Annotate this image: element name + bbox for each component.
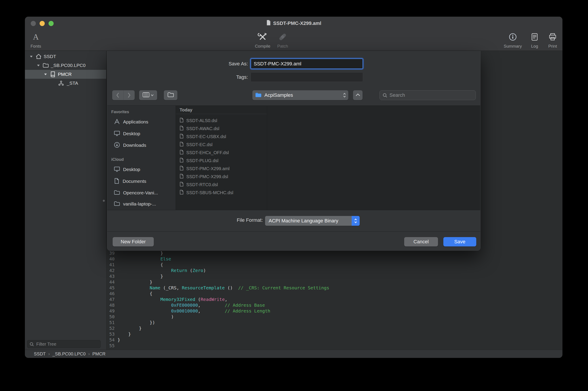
new-folder-button[interactable]: New Folder [113, 237, 154, 246]
acpi-tree-sidebar: SSDT _SB.PC00.LPC0 PMCR [25, 51, 106, 350]
code-line: 48 0xFE000000, // Address Base [107, 302, 562, 308]
code-line: 46 { [107, 291, 562, 296]
zoom-button[interactable] [48, 21, 54, 26]
file-item[interactable]: SSDT-PMC-X299.aml [176, 165, 267, 173]
sidebar-item-opencore-folder[interactable]: Opencore-Vani... [107, 188, 176, 197]
sidebar-item-icloud-desktop[interactable]: Desktop [107, 165, 176, 174]
places-sidebar: Favorites Applications Desktop Downloads… [107, 106, 176, 210]
document-icon [180, 126, 184, 131]
sidebar-item-desktop[interactable]: Desktop [107, 129, 176, 138]
tree-item-sta[interactable]: _STA [25, 79, 106, 88]
chevron-up-icon [355, 93, 360, 98]
filter-tree-input[interactable] [36, 340, 99, 348]
file-item[interactable]: SSDT-AWAC.dsl [176, 124, 267, 133]
folder-icon [167, 92, 174, 98]
icloud-header: iCloud [111, 155, 124, 164]
disclosure-triangle-icon[interactable] [29, 55, 33, 59]
new-folder-icon-button[interactable] [164, 90, 177, 100]
file-format-popup[interactable]: ACPI Machine Language Binary [265, 216, 360, 226]
search-icon [29, 342, 34, 347]
print-toolbar-button[interactable]: Print [535, 30, 563, 49]
search-field[interactable] [379, 90, 476, 100]
file-list: SSDT-ALS0.dslSSDT-AWAC.dslSSDT-EC-USBX.d… [176, 116, 267, 196]
tags-input[interactable] [251, 72, 363, 82]
file-item[interactable]: SSDT-ALS0.dsl [176, 116, 267, 124]
file-group-header: Today [176, 106, 267, 114]
sidebar-item-downloads[interactable]: Downloads [107, 141, 176, 150]
sidebar-item-icloud-documents[interactable]: Documents [107, 177, 176, 186]
tree-item-pmcr[interactable]: PMCR [25, 70, 106, 79]
document-icon [180, 142, 184, 147]
fonts-icon: A [33, 30, 39, 43]
fonts-toolbar-button[interactable]: A Fonts [25, 30, 54, 49]
document-icon [180, 174, 184, 180]
window-title: SSDT-PMC-X299.aml [266, 17, 321, 30]
maciasl-window: SSDT-PMC-X299.aml A Fonts [25, 16, 563, 358]
code-lines: 39 }40 Else41 {42 Return (Zero)43 }44 }4… [107, 250, 562, 349]
code-line: 47 Memory32Fixed (ReadWrite, [107, 296, 562, 302]
file-item[interactable]: SSDT-PMC-X299.dsl [176, 173, 267, 181]
document-icon [180, 134, 184, 139]
close-button[interactable] [31, 21, 36, 26]
minimize-button[interactable] [40, 21, 45, 26]
breadcrumb-item[interactable]: _SB.PC00.LPC0 [53, 351, 86, 357]
path-statusbar: SSDT › _SB.PC00.LPC0 › PMCR [25, 350, 562, 358]
up-directory-button[interactable] [353, 90, 362, 100]
window-title-text: SSDT-PMC-X299.aml [273, 20, 321, 26]
info-icon [508, 30, 517, 43]
filter-tree-field[interactable] [27, 340, 101, 348]
code-line: 51 }) [107, 320, 562, 325]
file-column: Today SSDT-ALS0.dslSSDT-AWAC.dslSSDT-EC-… [176, 106, 267, 210]
disclosure-triangle-icon[interactable] [36, 64, 40, 67]
file-item[interactable]: SSDT-SBUS-MCHC.dsl [176, 189, 267, 196]
window-chrome: SSDT-PMC-X299.aml A Fonts [25, 17, 562, 51]
save-as-label: Save As: [107, 59, 248, 69]
search-input[interactable] [389, 91, 473, 100]
file-item[interactable]: SSDT-RTC0.dsl [176, 181, 267, 189]
folder-icon [114, 201, 120, 207]
breadcrumb-item[interactable]: SSDT [34, 351, 46, 357]
search-icon [382, 93, 388, 98]
code-line: 45 Name (_CRS, ResourceTemplate () // _C… [107, 285, 562, 291]
code-line: 52 } [107, 325, 562, 331]
document-icon [180, 190, 184, 196]
method-hierarchy-icon [58, 81, 64, 86]
downloads-icon [114, 142, 120, 149]
traffic-lights [31, 21, 54, 26]
save-dialog: Save As: Tags: AcpiSamples [107, 51, 480, 251]
file-item[interactable]: SSDT-EHCx_OFF.dsl [176, 149, 267, 157]
file-item[interactable]: SSDT-PLUG.dsl [176, 157, 267, 165]
patch-bandaid-icon [278, 30, 288, 43]
cancel-button[interactable]: Cancel [404, 237, 438, 246]
code-line: 44 } [107, 279, 562, 285]
document-icon [266, 20, 271, 27]
patch-toolbar-button[interactable]: Patch [265, 30, 300, 49]
save-as-input[interactable] [251, 59, 363, 69]
breadcrumb-item[interactable]: PMCR [92, 351, 106, 357]
tree-item-ssdt[interactable]: SSDT [25, 52, 106, 61]
tree-item-sb-pc00-lpc0[interactable]: _SB.PC00.LPC0 [25, 61, 106, 70]
disclosure-triangle-icon[interactable] [44, 73, 47, 76]
location-popup[interactable]: AcpiSamples [252, 90, 348, 100]
code-line: 40 Else [107, 256, 562, 262]
file-item[interactable]: SSDT-EC.dsl [176, 141, 267, 149]
sidebar-item-vanilla-laptop-folder[interactable]: vanilla-laptop-... [107, 199, 176, 208]
document-icon [180, 166, 184, 172]
document-icon [180, 150, 184, 155]
popup-stepper-icon [343, 92, 347, 99]
back-button[interactable] [112, 90, 123, 100]
toolbar: A Fonts Compile [25, 30, 562, 51]
forward-button[interactable] [123, 90, 135, 100]
home-icon [36, 54, 42, 59]
splitter-handle-icon[interactable] [103, 200, 105, 202]
file-item[interactable]: SSDT-EC-USBX.dsl [176, 133, 267, 141]
document-icon [180, 118, 184, 123]
view-mode-button[interactable] [139, 90, 157, 100]
code-line: 53 } [107, 331, 562, 337]
save-button[interactable]: Save [443, 237, 476, 246]
applications-icon [114, 119, 120, 125]
file-browser: Favorites Applications Desktop Downloads… [107, 105, 480, 210]
favorites-header: Favorites [111, 108, 129, 116]
sidebar-item-applications[interactable]: Applications [107, 117, 176, 126]
tags-label: Tags: [107, 72, 248, 82]
